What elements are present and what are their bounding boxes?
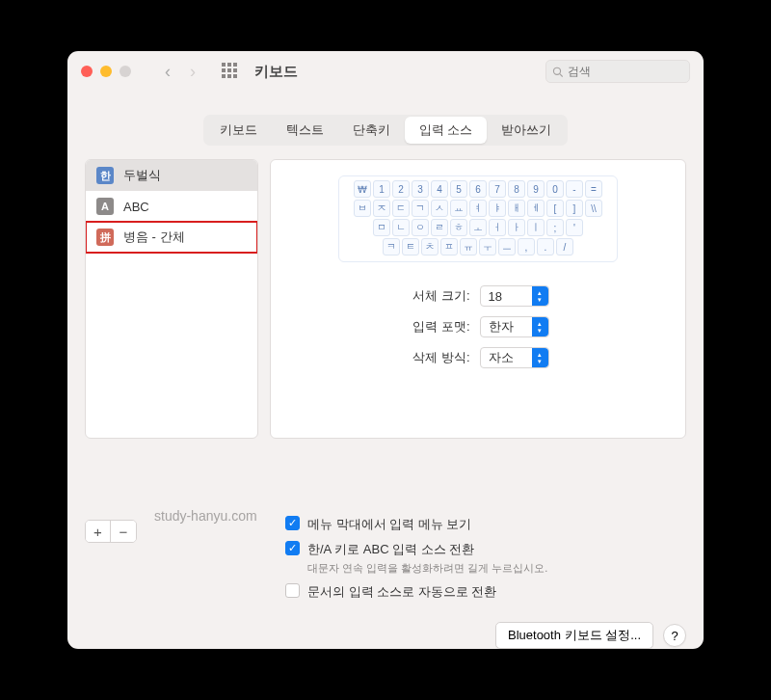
key: ㅡ <box>498 238 516 256</box>
font-size-label: 서체 크기: <box>408 287 470 305</box>
delete-mode-select[interactable]: 자소 ▴▾ <box>480 347 549 368</box>
key: ㄹ <box>431 219 448 236</box>
key: 8 <box>508 180 525 198</box>
key: 3 <box>412 180 429 198</box>
page-title: 키보드 <box>254 63 298 81</box>
key: ㅕ <box>469 200 487 217</box>
keyboard-preview: ₩1234567890-=ㅂㅈㄷㄱㅅㅛㅕㅑㅐㅔ[]\\ㅁㄴㅇㄹㅎㅗㅓㅏㅣ;'ㅋㅌ… <box>338 175 618 262</box>
svg-line-1 <box>560 73 563 76</box>
key: ㅣ <box>527 219 545 236</box>
source-badge-han: 한 <box>96 167 114 184</box>
key: , <box>518 238 535 256</box>
titlebar: ‹ › 키보드 <box>67 51 704 92</box>
key: ㅋ <box>383 238 400 256</box>
input-source-list: 한 두벌식 A ABC 拼 병음 - 간체 <box>85 159 258 439</box>
key: ㅐ <box>508 200 525 217</box>
key: ㅊ <box>421 238 439 256</box>
maximize-button <box>120 66 131 77</box>
remove-source-button[interactable]: − <box>111 521 136 542</box>
tab-shortcuts[interactable]: 단축키 <box>338 117 405 144</box>
key: ㅠ <box>460 238 477 256</box>
key: ㄷ <box>392 200 410 217</box>
key: ㅌ <box>402 238 419 256</box>
source-detail-panel: ₩1234567890-=ㅂㅈㄷㄱㅅㅛㅕㅑㅐㅔ[]\\ㅁㄴㅇㄹㅎㅗㅓㅏㅣ;'ㅋㅌ… <box>270 159 686 439</box>
source-badge-pin: 拼 <box>96 229 114 246</box>
key: ; <box>546 219 564 236</box>
back-button[interactable]: ‹ <box>156 60 179 83</box>
stepper-icon: ▴▾ <box>532 286 548 306</box>
nav-buttons: ‹ › <box>156 60 204 83</box>
input-format-value: 한자 <box>489 318 514 336</box>
source-label: ABC <box>123 200 149 214</box>
key: ㅂ <box>354 200 371 217</box>
svg-point-0 <box>553 67 560 74</box>
key: [ <box>546 200 564 217</box>
key: ㄱ <box>412 200 429 217</box>
key: ㅅ <box>431 200 448 217</box>
key: ] <box>566 200 583 217</box>
key: . <box>537 238 554 256</box>
keyboard-row: ㅂㅈㄷㄱㅅㅛㅕㅑㅐㅔ[]\\ <box>343 200 613 217</box>
key: ㅈ <box>373 200 390 217</box>
key: ㅗ <box>469 219 487 236</box>
key: ㅏ <box>508 219 525 236</box>
source-item-abc[interactable]: A ABC <box>86 191 257 222</box>
source-label: 병음 - 간체 <box>123 229 185 246</box>
source-settings: 서체 크기: 18 ▴▾ 입력 포맷: 한자 ▴▾ 삭제 방식: <box>408 285 549 378</box>
keyboard-row: ₩1234567890-= <box>343 180 613 198</box>
key: \\ <box>585 200 602 217</box>
key: ㅜ <box>479 238 496 256</box>
checkbox-label: 문서의 입력 소스로 자동으로 전환 <box>307 583 496 601</box>
tab-dictation[interactable]: 받아쓰기 <box>487 117 566 144</box>
minimize-button[interactable] <box>100 66 112 77</box>
show-all-icon[interactable] <box>222 63 239 80</box>
key: ㅑ <box>489 200 506 217</box>
key: 0 <box>546 180 564 198</box>
add-source-button[interactable]: + <box>86 521 111 542</box>
checkbox-label: 메뉴 막대에서 입력 메뉴 보기 <box>307 516 471 533</box>
key: 9 <box>527 180 545 198</box>
key: ㅛ <box>450 200 467 217</box>
close-button[interactable] <box>81 66 93 77</box>
source-item-pinyin-simplified[interactable]: 拼 병음 - 간체 <box>86 222 257 253</box>
tab-text[interactable]: 텍스트 <box>272 117 338 144</box>
checkbox-switch-abc[interactable]: ✓ <box>285 541 300 555</box>
key: ' <box>566 219 583 236</box>
forward-button[interactable]: › <box>181 60 204 83</box>
key: 5 <box>450 180 467 198</box>
keyboard-row: ㅁㄴㅇㄹㅎㅗㅓㅏㅣ;' <box>343 219 613 236</box>
bluetooth-keyboard-settings-button[interactable]: Bluetooth 키보드 설정... <box>495 622 653 649</box>
key: ㅔ <box>527 200 545 217</box>
options-checklist: ✓ 메뉴 막대에서 입력 메뉴 보기 ✓ 한/A 키로 ABC 입력 소스 전환… <box>285 516 547 608</box>
delete-mode-label: 삭제 방식: <box>408 349 470 366</box>
tab-input-sources[interactable]: 입력 소스 <box>405 117 488 144</box>
key: 4 <box>431 180 448 198</box>
key: ㅎ <box>450 219 467 236</box>
source-label: 두벌식 <box>123 167 161 184</box>
search-field[interactable] <box>545 60 690 83</box>
key: - <box>566 180 583 198</box>
checkbox-sublabel: 대문자 연속 입력을 활성화하려면 길게 누르십시오. <box>307 561 547 576</box>
tab-keyboard[interactable]: 키보드 <box>205 117 272 144</box>
source-item-dubeolsik[interactable]: 한 두벌식 <box>86 160 257 191</box>
key: 6 <box>469 180 487 198</box>
checkbox-auto-switch[interactable] <box>285 583 300 598</box>
stepper-icon: ▴▾ <box>532 348 548 367</box>
font-size-select[interactable]: 18 ▴▾ <box>480 285 549 307</box>
delete-mode-value: 자소 <box>489 349 514 366</box>
key: / <box>556 238 573 256</box>
checkbox-label: 한/A 키로 ABC 입력 소스 전환 <box>307 541 547 558</box>
input-format-select[interactable]: 한자 ▴▾ <box>480 316 549 337</box>
search-input[interactable] <box>568 65 683 78</box>
source-badge-a: A <box>96 198 114 215</box>
key: ㅓ <box>489 219 506 236</box>
help-button[interactable]: ? <box>663 624 686 647</box>
input-format-label: 입력 포맷: <box>408 318 470 336</box>
watermark: study-hanyu.com <box>154 508 257 524</box>
key: ㄴ <box>392 219 410 236</box>
key: ㅇ <box>412 219 429 236</box>
key: ₩ <box>354 180 371 198</box>
keyboard-row: ㅋㅌㅊㅍㅠㅜㅡ,./ <box>343 238 613 256</box>
search-icon <box>552 66 563 78</box>
checkbox-show-input-menu[interactable]: ✓ <box>285 516 300 530</box>
